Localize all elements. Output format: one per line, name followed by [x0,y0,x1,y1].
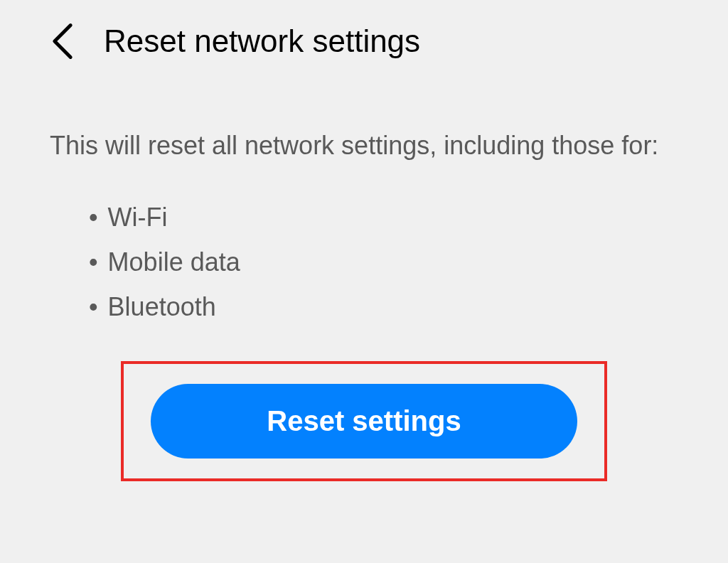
page-title: Reset network settings [104,23,420,59]
page-header: Reset network settings [50,21,678,61]
list-item-label: Mobile data [108,240,240,284]
bullet-icon: • [89,284,98,329]
bullet-icon: • [89,240,98,284]
reset-description: This will reset all network settings, in… [50,125,678,166]
back-icon[interactable] [50,21,75,61]
reset-items-list: • Wi-Fi • Mobile data • Bluetooth [89,195,678,329]
highlight-annotation: Reset settings [121,361,607,481]
reset-settings-button[interactable]: Reset settings [151,384,577,459]
list-item: • Mobile data [89,240,678,284]
list-item: • Wi-Fi [89,195,678,240]
bullet-icon: • [89,195,98,240]
list-item: • Bluetooth [89,284,678,329]
list-item-label: Bluetooth [108,284,216,329]
list-item-label: Wi-Fi [108,195,168,240]
